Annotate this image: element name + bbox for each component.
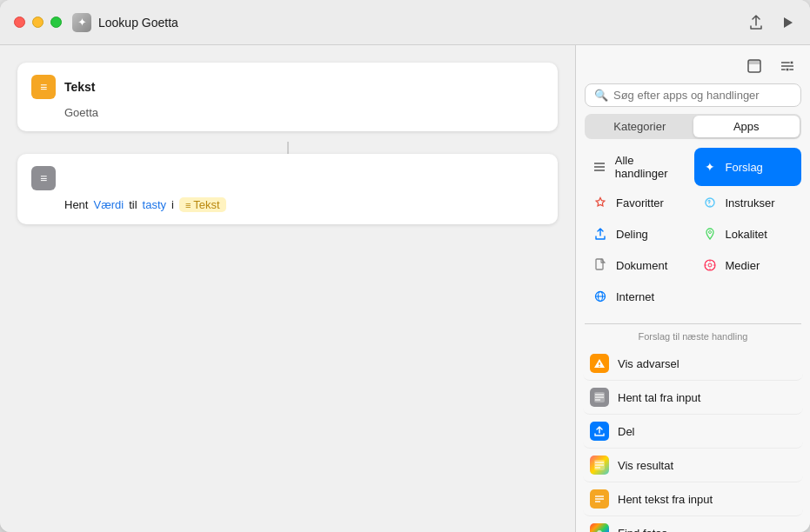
tekst-card: ≡ Tekst Goetta bbox=[17, 63, 558, 131]
tab-apps[interactable]: Apps bbox=[693, 116, 800, 137]
sug-hent-tal-label: Hent tal fra input bbox=[618, 391, 700, 404]
sug-hent-tekst[interactable]: Hent tekst fra input bbox=[583, 482, 803, 516]
share-button[interactable] bbox=[747, 14, 765, 31]
sug-hent-tal[interactable]: Hent tal fra input bbox=[583, 381, 803, 415]
internet-icon bbox=[592, 288, 609, 305]
svg-point-20 bbox=[599, 366, 599, 367]
sidebar-icon-btn-2[interactable] bbox=[775, 54, 800, 78]
main-window: ✦ Lookup Goetta ≡ bbox=[0, 0, 810, 532]
window-title: Lookup Goetta bbox=[98, 16, 178, 30]
tab-kategorier[interactable]: Kategorier bbox=[586, 116, 693, 137]
alle-icon bbox=[592, 158, 608, 176]
search-input[interactable] bbox=[613, 89, 792, 102]
sug-find-fotos[interactable]: Find fotos bbox=[583, 516, 803, 532]
sidebar-toolbar bbox=[576, 45, 810, 83]
divider bbox=[585, 323, 801, 324]
hent-card-icon: ≡ bbox=[31, 166, 56, 190]
sug-vis-resultat[interactable]: Vis resultat bbox=[583, 449, 803, 482]
sug-hent-tekst-label: Hent tekst fra input bbox=[618, 493, 713, 506]
sug-vis-advarsel-icon bbox=[590, 354, 609, 373]
suggestions-heading: Forslag til næste handling bbox=[576, 331, 810, 347]
titlebar-actions bbox=[747, 14, 796, 31]
hent-card: ≡ Hent Værdi til tasty i ≡ Tekst bbox=[17, 154, 558, 224]
cat-favoritter[interactable]: Favoritter bbox=[585, 188, 693, 217]
search-bar[interactable]: 🔍 bbox=[585, 83, 801, 107]
sug-vis-advarsel[interactable]: Vis advarsel bbox=[583, 347, 803, 381]
tekst-card-icon: ≡ bbox=[31, 75, 56, 99]
lokalitet-icon bbox=[701, 225, 719, 243]
sug-hent-tal-icon bbox=[590, 388, 609, 407]
run-button[interactable] bbox=[779, 14, 796, 31]
search-icon: 🔍 bbox=[594, 89, 608, 102]
sug-del[interactable]: Del bbox=[583, 415, 803, 449]
instrukser-icon bbox=[701, 194, 719, 211]
categories-grid: Alle handlinger ✦ Forslag Favoritter bbox=[576, 148, 810, 320]
favoritter-label: Favoritter bbox=[616, 196, 664, 209]
svg-point-13 bbox=[708, 231, 711, 234]
alle-label: Alle handlinger bbox=[615, 154, 686, 180]
hent-label: Hent bbox=[64, 198, 88, 211]
main-layout: ≡ Tekst Goetta ≡ Hent Værdi til bbox=[0, 45, 810, 532]
cat-internet[interactable]: Internet bbox=[585, 282, 693, 311]
sug-vis-resultat-icon bbox=[590, 456, 609, 475]
app-title-group: ✦ Lookup Goetta bbox=[72, 13, 178, 32]
connector bbox=[287, 142, 289, 154]
svg-point-15 bbox=[708, 263, 712, 267]
cat-forslag[interactable]: ✦ Forslag bbox=[694, 148, 802, 186]
sug-find-fotos-label: Find fotos bbox=[618, 527, 667, 533]
medier-icon bbox=[701, 256, 719, 274]
cat-deling[interactable]: Deling bbox=[585, 219, 693, 249]
til-label: til bbox=[129, 198, 137, 211]
tekst-token[interactable]: ≡ Tekst bbox=[179, 197, 226, 212]
titlebar: ✦ Lookup Goetta bbox=[0, 0, 810, 45]
vaerdi-label: Værdi bbox=[93, 198, 124, 211]
cat-medier[interactable]: Medier bbox=[694, 250, 802, 280]
svg-marker-0 bbox=[784, 17, 793, 28]
sug-del-icon bbox=[590, 422, 609, 441]
cat-alle[interactable]: Alle handlinger bbox=[585, 148, 693, 186]
tekst-card-body: Goetta bbox=[31, 106, 544, 119]
sug-find-fotos-icon bbox=[590, 523, 609, 532]
svg-point-7 bbox=[786, 68, 789, 71]
sidebar-icon-btn-1[interactable] bbox=[742, 54, 766, 78]
svg-point-6 bbox=[790, 61, 793, 64]
internet-label: Internet bbox=[616, 290, 654, 303]
close-button[interactable] bbox=[14, 17, 25, 28]
canvas: ≡ Tekst Goetta ≡ Hent Værdi til bbox=[0, 45, 575, 532]
sug-vis-advarsel-label: Vis advarsel bbox=[618, 357, 679, 370]
deling-label: Deling bbox=[616, 228, 648, 241]
tekst-card-title: Tekst bbox=[64, 80, 96, 94]
sug-vis-resultat-label: Vis resultat bbox=[618, 459, 673, 472]
svg-point-12 bbox=[709, 205, 710, 206]
medier-label: Medier bbox=[726, 259, 760, 272]
suggestion-list: Vis advarsel Hent tal fra input Del bbox=[576, 347, 810, 532]
sug-hent-tekst-icon bbox=[590, 489, 609, 509]
minimize-button[interactable] bbox=[32, 17, 44, 28]
forslag-icon: ✦ bbox=[701, 158, 719, 176]
deling-icon bbox=[592, 225, 609, 243]
cat-dokument[interactable]: Dokument bbox=[585, 250, 693, 280]
cat-lokalitet[interactable]: Lokalitet bbox=[694, 219, 802, 249]
tekst-card-header: ≡ Tekst bbox=[31, 75, 544, 99]
traffic-lights bbox=[14, 17, 62, 28]
dokument-label: Dokument bbox=[616, 259, 667, 272]
tasty-token[interactable]: tasty bbox=[143, 198, 166, 211]
sidebar: 🔍 Kategorier Apps Alle handlinger ✦ bbox=[575, 45, 810, 532]
favoritter-icon bbox=[592, 194, 609, 211]
dokument-icon bbox=[592, 256, 609, 274]
svg-rect-14 bbox=[596, 259, 603, 269]
forslag-label: Forslag bbox=[726, 161, 763, 174]
hent-card-header: ≡ bbox=[31, 166, 544, 190]
instrukser-label: Instrukser bbox=[726, 196, 775, 209]
lokalitet-label: Lokalitet bbox=[726, 228, 767, 241]
tab-row: Kategorier Apps bbox=[585, 114, 801, 139]
hent-card-row: Hent Værdi til tasty i ≡ Tekst bbox=[31, 197, 544, 212]
svg-rect-2 bbox=[748, 60, 760, 64]
cat-instrukser[interactable]: Instrukser bbox=[694, 188, 802, 217]
maximize-button[interactable] bbox=[50, 17, 62, 28]
i-label: i bbox=[171, 198, 174, 211]
sug-del-label: Del bbox=[618, 425, 635, 438]
app-icon: ✦ bbox=[72, 13, 91, 32]
